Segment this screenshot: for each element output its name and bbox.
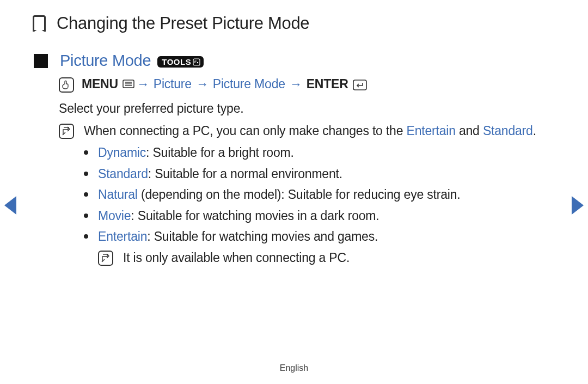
list-item: Movie: Suitable for watching movies in a… (84, 206, 555, 225)
mode-desc: : Suitable for watching movies in a dark… (131, 209, 379, 223)
mode-name: Movie (98, 209, 131, 223)
enter-icon (353, 80, 367, 90)
svg-rect-0 (193, 59, 200, 65)
mode-desc: : Suitable for a bright room. (146, 145, 294, 160)
page-title: Changing the Preset Picture Mode (57, 14, 309, 33)
body-content: Select your preferred picture type. When… (59, 99, 555, 267)
hand-icon (59, 77, 74, 93)
enter-label: ENTER (307, 77, 348, 92)
mode-desc: : Suitable for a normal environment. (148, 167, 342, 181)
nav-link-picture: Picture (154, 77, 192, 92)
mode-name: Entertain (98, 229, 147, 243)
bullet-icon (84, 234, 88, 239)
bullet-icon (84, 172, 88, 176)
mode-name: Natural (98, 187, 138, 202)
page-title-row: Changing the Preset Picture Mode (33, 14, 555, 33)
menu-label: MENU (82, 77, 118, 92)
mode-desc: : Suitable for watching movies and games… (147, 229, 378, 243)
arrow-icon: → (137, 77, 149, 92)
footer-language: English (0, 363, 588, 373)
chevron-left-icon (4, 196, 16, 215)
list-item: Dynamic: Suitable for a bright room. (84, 143, 555, 162)
list-item: Natural (depending on the model): Suitab… (84, 185, 555, 204)
note-icon (98, 251, 113, 266)
mode-desc: : Suitable for reducing eye strain. (281, 187, 460, 202)
intro-text: Select your preferred picture type. (59, 99, 555, 118)
section-heading-row: Picture Mode TOOLS (34, 52, 555, 70)
svg-rect-6 (353, 80, 366, 90)
bullet-icon (84, 150, 88, 155)
mode-list: Dynamic: Suitable for a bright room. Sta… (84, 143, 555, 267)
link-standard: Standard (483, 124, 533, 138)
chevron-right-icon (572, 196, 584, 215)
link-entertain: Entertain (406, 124, 455, 138)
tools-badge: TOOLS (157, 56, 204, 68)
list-item: Standard: Suitable for a normal environm… (84, 164, 555, 184)
nav-path: MENU → Picture → Picture Mode → ENTER (59, 76, 555, 92)
entertain-subnote: It is only available when connecting a P… (98, 248, 555, 267)
section-heading: Picture Mode (60, 52, 151, 70)
bullet-icon (84, 192, 88, 197)
mode-name: Standard (98, 167, 148, 181)
nav-link-picture-mode: Picture Mode (213, 77, 285, 92)
bullet-icon (84, 214, 88, 218)
prev-page-button[interactable] (4, 196, 16, 215)
note-icon (59, 124, 74, 139)
pc-note: When connecting a PC, you can only make … (59, 121, 555, 141)
next-page-button[interactable] (572, 196, 584, 215)
svg-point-1 (197, 62, 198, 63)
list-item: Entertain: Suitable for watching movies … (84, 227, 555, 246)
bookmark-icon (33, 15, 46, 32)
tools-icon (193, 58, 200, 66)
entertain-subnote-text: It is only available when connecting a P… (123, 248, 350, 267)
mode-name: Dynamic (98, 145, 146, 160)
arrow-icon: → (196, 77, 209, 92)
menu-icon (122, 80, 134, 89)
square-bullet-icon (34, 54, 48, 68)
pc-note-text: When connecting a PC, you can only make … (84, 121, 555, 141)
mode-paren: (depending on the model) (138, 187, 281, 202)
arrow-icon: → (290, 77, 302, 92)
tools-label: TOOLS (162, 57, 191, 66)
